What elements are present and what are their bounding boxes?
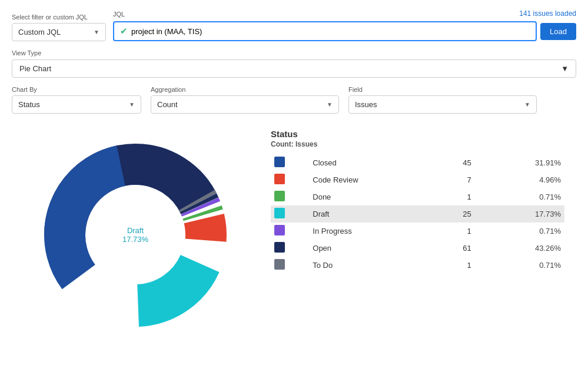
jql-check-icon: ✔	[120, 26, 128, 36]
jql-input[interactable]	[131, 27, 530, 36]
legend-color-swatch	[274, 174, 285, 184]
legend-color-cell	[271, 205, 309, 223]
legend-color-cell	[271, 223, 309, 240]
legend-color-swatch	[274, 157, 285, 167]
legend-table: Closed 45 31.91% Code Review 7 4.96% Don…	[271, 154, 564, 274]
issues-loaded-badge: 141 issues loaded	[519, 9, 576, 18]
aggregation-select[interactable]: Count ▼	[151, 95, 339, 114]
legend-area: Status Count: Issues Closed 45 31.91% Co…	[259, 123, 576, 347]
jql-label: JQL	[113, 11, 125, 18]
filter-value: Custom JQL	[18, 28, 61, 36]
filter-select[interactable]: Custom JQL ▼	[12, 23, 106, 41]
legend-row: In Progress 1 0.71%	[271, 223, 564, 240]
legend-row: Open 61 43.26%	[271, 240, 564, 257]
legend-color-cell	[271, 154, 309, 171]
legend-row: Done 1 0.71%	[271, 188, 564, 205]
legend-count: 7	[424, 171, 475, 188]
field-label: Field	[348, 86, 537, 93]
legend-label: Closed	[309, 154, 423, 171]
load-button[interactable]: Load	[540, 23, 576, 40]
legend-color-swatch	[274, 259, 285, 270]
donut-chart: Draft 17.73%	[12, 123, 259, 347]
legend-color-swatch	[274, 208, 285, 218]
field-chevron-icon: ▼	[524, 101, 530, 108]
legend-label: Draft	[309, 205, 423, 223]
legend-row: To Do 1 0.71%	[271, 257, 564, 274]
legend-color-cell	[271, 240, 309, 257]
legend-color-swatch	[274, 225, 285, 235]
field-value: Issues	[355, 100, 377, 109]
viewtype-select[interactable]: Pie Chart ▼	[12, 59, 576, 78]
legend-pct: 0.71%	[475, 257, 564, 274]
aggregation-value: Count	[157, 100, 178, 109]
legend-pct: 4.96%	[475, 171, 564, 188]
legend-color-cell	[271, 188, 309, 205]
legend-color-cell	[271, 257, 309, 274]
legend-count: 25	[424, 205, 475, 223]
chartby-select[interactable]: Status ▼	[12, 95, 141, 114]
aggregation-chevron-icon: ▼	[327, 101, 333, 108]
legend-label: In Progress	[309, 223, 423, 240]
legend-count: 45	[424, 154, 475, 171]
legend-count: 1	[424, 257, 475, 274]
legend-color-cell	[271, 171, 309, 188]
jql-input-wrap: ✔	[113, 21, 537, 41]
legend-label: Open	[309, 240, 423, 257]
legend-count: 1	[424, 188, 475, 205]
legend-label: To Do	[309, 257, 423, 274]
legend-label: Code Review	[309, 171, 423, 188]
legend-row: Draft 25 17.73%	[271, 205, 564, 223]
chartby-label: Chart By	[12, 86, 141, 93]
legend-count: 61	[424, 240, 475, 257]
chartby-chevron-icon: ▼	[129, 101, 135, 108]
chartby-value: Status	[18, 100, 40, 109]
legend-row: Code Review 7 4.96%	[271, 171, 564, 188]
legend-row: Closed 45 31.91%	[271, 154, 564, 171]
legend-subtitle-rest: Issues	[294, 140, 318, 148]
legend-color-swatch	[274, 191, 285, 201]
viewtype-label: View Type	[12, 49, 41, 57]
filter-chevron-icon: ▼	[94, 29, 99, 35]
viewtype-chevron-icon: ▼	[561, 64, 569, 73]
filter-label: Select filter or custom JQL	[12, 14, 106, 21]
legend-count: 1	[424, 223, 475, 240]
legend-subtitle: Count: Issues	[271, 140, 564, 148]
legend-pct: 0.71%	[475, 223, 564, 240]
legend-pct: 43.26%	[475, 240, 564, 257]
legend-subtitle-bold: Count:	[271, 140, 294, 148]
legend-pct: 17.73%	[475, 205, 564, 223]
legend-label: Done	[309, 188, 423, 205]
viewtype-value: Pie Chart	[19, 64, 51, 73]
legend-title: Status	[271, 129, 564, 139]
legend-pct: 31.91%	[475, 154, 564, 171]
legend-color-swatch	[274, 242, 285, 253]
legend-pct: 0.71%	[475, 188, 564, 205]
aggregation-label: Aggregation	[151, 86, 339, 93]
field-select[interactable]: Issues ▼	[348, 95, 537, 114]
